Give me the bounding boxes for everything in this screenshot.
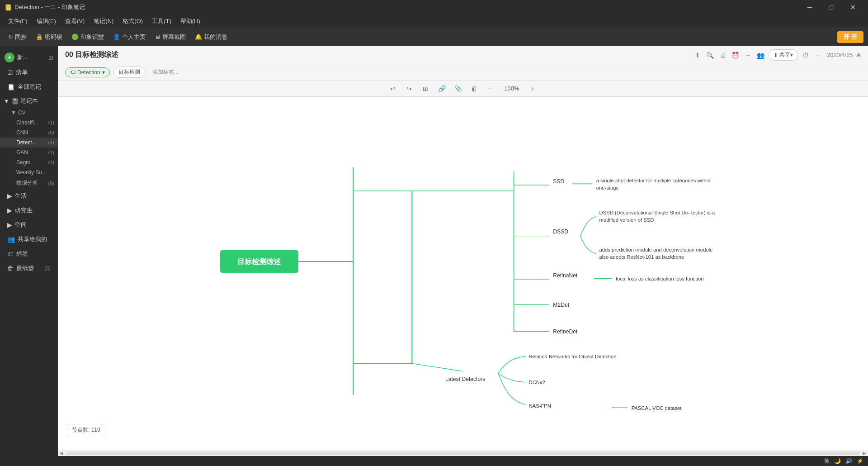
notebook-detect[interactable]: Detect... (4)	[0, 138, 58, 147]
main-layout: + 新... ⊞ ☑ 清单 📋 全部笔记 ▼ 📓 笔记本 ▼ CV Classi…	[0, 46, 868, 456]
note-header: 00 目标检测综述 ⬆ 🔍 🖨 ⏰ → 👥 ⬆ 共享▾ ⏱ ··· 2020	[58, 46, 868, 64]
menu-bar: 文件(F) 编辑(E) 查看(V) 笔记(N) 格式(O) 工具(T) 帮助(H…	[0, 14, 868, 28]
share2-icon[interactable]: 👥	[756, 50, 766, 60]
editor-toolbar: ↩ ↪ ⊞ 🔗 📎 🗑 − 100% +	[58, 81, 868, 97]
mind-map-svg: 目标检测综述 SSD a single-shot	[58, 97, 868, 450]
bell-icon: 🔔	[195, 33, 202, 40]
undo-button[interactable]: ↩	[387, 82, 399, 95]
notebook-segm[interactable]: Segm... (1)	[0, 157, 58, 167]
trash-icon: 🗑	[7, 265, 14, 272]
maximize-button[interactable]: □	[821, 0, 842, 14]
tag-icon: 🏷	[70, 69, 75, 76]
sidebar-item-tags[interactable]: 🏷 标签	[2, 247, 56, 261]
content-area: 00 目标检测综述 ⬆ 🔍 🖨 ⏰ → 👥 ⬆ 共享▾ ⏱ ··· 2020	[58, 46, 868, 456]
life-icon: ▶	[7, 192, 12, 200]
sidebar-item-life[interactable]: ▶ 生活	[2, 189, 56, 203]
link-button[interactable]: 🔗	[435, 82, 448, 95]
menu-file[interactable]: 文件(F)	[4, 15, 32, 27]
close-button[interactable]: ✕	[843, 0, 863, 14]
password-button[interactable]: 🔒 密码锁	[32, 31, 66, 43]
sidebar-item-all-notes[interactable]: 📋 全部笔记	[2, 80, 56, 94]
profile-button[interactable]: 👤 个人主页	[109, 31, 149, 43]
menu-tools[interactable]: 工具(T)	[147, 15, 176, 27]
font-icon: A	[857, 52, 861, 58]
print-icon[interactable]: 🖨	[718, 50, 728, 60]
zoom-out-button[interactable]: −	[484, 82, 497, 95]
profile-icon: 👤	[113, 33, 120, 40]
retinanet-desc: focal loss as classification loss functi…	[616, 276, 703, 281]
menu-view[interactable]: 查看(V)	[61, 15, 89, 27]
open-app-button[interactable]: 开 开	[837, 31, 863, 43]
menu-help[interactable]: 帮助(H)	[176, 15, 205, 27]
forward-icon[interactable]: →	[743, 50, 753, 60]
zoom-in-button[interactable]: +	[527, 82, 539, 95]
notebook-classifi[interactable]: Classifi... (1)	[0, 118, 58, 128]
ssd-desc-line2: one-stage	[596, 185, 619, 190]
language-indicator: 英	[824, 457, 830, 465]
more-icon[interactable]: ···	[813, 50, 823, 60]
latest-line	[412, 363, 463, 371]
minimize-button[interactable]: ─	[799, 0, 820, 14]
share-button[interactable]: ⬆ 共享▾	[769, 49, 798, 61]
mind-map-canvas[interactable]: 目标检测综述 SSD a single-shot	[58, 97, 868, 450]
attachment-button[interactable]: 📎	[452, 82, 464, 95]
notebook-cnn[interactable]: CNN (6)	[0, 128, 58, 138]
search-icon[interactable]: 🔍	[705, 50, 715, 60]
space-icon: ▶	[7, 221, 12, 228]
bottom-scroll-bar[interactable]: ◀ ▶	[58, 450, 868, 456]
scroll-right-arrow[interactable]: ▶	[861, 450, 868, 456]
power-icon: ⚡	[857, 458, 863, 464]
reminder-icon[interactable]: ⏰	[731, 50, 741, 60]
messages-button[interactable]: 🔔 我的消息	[191, 31, 231, 43]
notebook-data-analysis[interactable]: 数据分析 (9)	[0, 177, 58, 189]
status-bar: 英 🌙 🔊 ⚡	[0, 456, 868, 466]
scroll-left-arrow[interactable]: ◀	[58, 450, 65, 456]
note-breadcrumb: 00 目标检测综述	[65, 50, 118, 60]
tag-bar: 🏷 Detection ▾ 目标检测 添加标签...	[58, 64, 868, 81]
classroom-icon: 🟢	[71, 33, 79, 40]
latest-fork-middle	[498, 373, 526, 382]
new-note-button[interactable]: + 新... ⊞	[0, 50, 58, 65]
note-date: 2020/4/25	[827, 52, 853, 58]
tag-detection[interactable]: 🏷 Detection ▾	[65, 67, 110, 77]
menu-edit[interactable]: 编辑(E)	[32, 15, 61, 27]
shared-icon: 👥	[7, 236, 15, 243]
zoom-level: 100%	[500, 85, 523, 92]
sidebar-item-trash[interactable]: 🗑 废纸篓 (5)	[2, 262, 56, 275]
relation-networks-label: Relation Networks for Object Detection	[529, 354, 617, 359]
notebook-cv[interactable]: ▼ CV	[0, 108, 58, 118]
add-tag-button[interactable]: 添加标签...	[149, 67, 182, 77]
horizontal-scrollbar[interactable]	[66, 452, 860, 455]
redo-button[interactable]: ↪	[403, 82, 415, 95]
menu-note[interactable]: 笔记(N)	[89, 15, 118, 27]
dssd-desc1-line2: modified version of SSD	[599, 217, 654, 223]
menu-format[interactable]: 格式(O)	[118, 15, 147, 27]
dssd-fork-lower	[580, 236, 596, 254]
retinanet-label: RetinaNet	[553, 272, 578, 279]
pascal-voc-label: PASCAL VOC dataset	[632, 405, 682, 411]
export-icon[interactable]: ⬆	[693, 50, 703, 60]
delete-button[interactable]: 🗑	[468, 82, 481, 95]
sidebar-item-space[interactable]: ▶ 空间	[2, 218, 56, 232]
latest-fork-lower	[498, 373, 526, 404]
time-icon[interactable]: ⏱	[801, 50, 811, 60]
sync-button[interactable]: ↻ 同步	[5, 31, 30, 43]
dssd-label: DSSD	[553, 228, 568, 235]
sidebar-item-shared[interactable]: 👥 共享给我的	[2, 233, 56, 246]
sidebar-item-graduate[interactable]: ▶ 研究生	[2, 204, 56, 217]
classroom-button[interactable]: 🟢 印象识堂	[68, 31, 108, 43]
tag-object-detection[interactable]: 目标检测	[113, 67, 145, 78]
notebook-gan[interactable]: GAN (1)	[0, 147, 58, 157]
screenshot-icon: 🖥	[155, 33, 160, 40]
tags-icon: 🏷	[7, 250, 14, 257]
root-node-label: 目标检测综述	[237, 257, 281, 266]
app-toolbar: ↻ 同步 🔒 密码锁 🟢 印象识堂 👤 个人主页 🖥 屏幕截图 🔔 我的消息 开…	[0, 28, 868, 46]
screenshot-button[interactable]: 🖥 屏幕截图	[151, 31, 189, 43]
notebooks-group[interactable]: ▼ 📓 笔记本	[0, 94, 58, 108]
notebook-weakly[interactable]: Weakly Su...	[0, 167, 58, 177]
app-icon: 📒	[5, 4, 12, 11]
cv-collapse-icon: ▼	[11, 109, 16, 116]
sidebar-item-checklist[interactable]: ☑ 清单	[2, 66, 56, 79]
graduate-icon: ▶	[7, 207, 12, 214]
layout-button[interactable]: ⊞	[419, 82, 432, 95]
